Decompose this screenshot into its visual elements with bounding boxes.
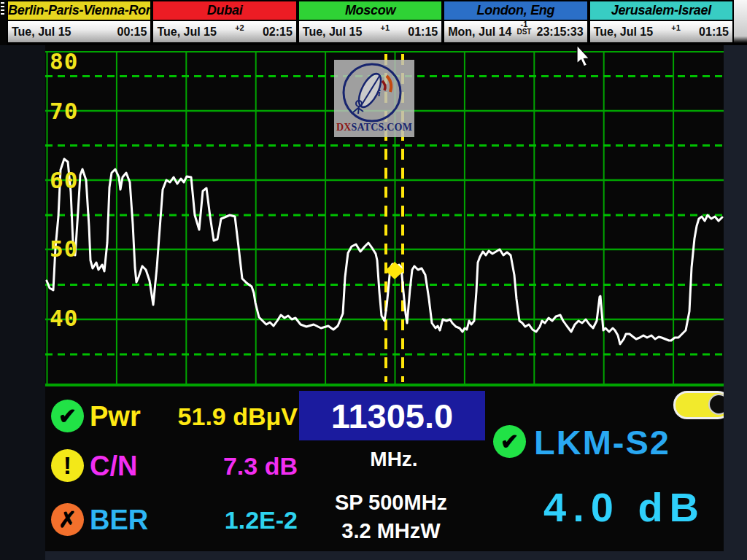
- frequency-unit-label: MHz.: [336, 448, 452, 471]
- clock-date: Tue, Jul 15: [12, 26, 71, 39]
- clock-jerusalem: Jerusalem-Israel Tue, Jul 15 +1 01:15: [589, 0, 734, 45]
- cn-value: 7.3 dB: [133, 451, 298, 481]
- mouse-cursor: [576, 45, 593, 70]
- meter-display: 80 70 60 50 40 i DXSATCS.COM ✔ Pwr 5: [45, 45, 724, 551]
- pwr-value: 51.9 dBμV: [133, 402, 298, 431]
- clock-time: 01:15: [408, 26, 438, 39]
- pwr-status-check-icon: ✔: [51, 400, 84, 432]
- y-axis-tick-label: 60: [50, 169, 78, 192]
- dxsatcs-logo-icon: i: [334, 60, 414, 124]
- dxsatcs-watermark: i DXSATCS.COM: [334, 60, 414, 137]
- clock-time: 02:15: [263, 26, 293, 39]
- clock-utc-offset: +1: [671, 24, 681, 32]
- clock-berlin: Berlin-Paris-Vienna-Roma Tue, Jul 15 00:…: [7, 0, 152, 45]
- clock-date: Tue, Jul 15: [157, 26, 217, 39]
- y-axis-tick-label: 70: [50, 100, 78, 122]
- clock-date-row: Tue, Jul 15 +2 02:15: [153, 21, 295, 42]
- partial-window-edge: [734, 0, 747, 45]
- link-margin-value: 4.0 dB: [543, 483, 705, 531]
- ber-value: 1.2E-2: [133, 505, 298, 534]
- clock-moscow: Moscow Tue, Jul 15 +1 01:15: [298, 0, 443, 45]
- clock-city-label: Berlin-Paris-Vienna-Roma: [8, 1, 150, 21]
- world-clock-bar: Berlin-Paris-Vienna-Roma Tue, Jul 15 00:…: [0, 0, 747, 45]
- satellite-meter-screen: Berlin-Paris-Vienna-Roma Tue, Jul 15 00:…: [0, 0, 747, 560]
- clock-date: Mon, Jul 14: [448, 26, 511, 39]
- clock-date-row: Tue, Jul 15 +1 01:15: [590, 21, 732, 42]
- bandwidth-label: 3.2 MHzW: [318, 519, 464, 543]
- clock-date: Tue, Jul 15: [594, 26, 654, 39]
- clock-dubai: Dubai Tue, Jul 15 +2 02:15: [152, 0, 297, 45]
- lock-status-check-icon: ✔: [493, 425, 526, 458]
- frequency-display[interactable]: 11305.0: [299, 391, 485, 440]
- watermark-text: DXSATCS.COM: [334, 122, 414, 133]
- toggle-knob-icon[interactable]: [708, 394, 724, 415]
- clock-utc-offset: +2: [235, 24, 244, 32]
- svg-text:i: i: [378, 88, 381, 98]
- clock-utc-offset: -1DST: [516, 20, 531, 36]
- clock-time: 00:15: [117, 26, 147, 39]
- clock-city-label: London, Eng: [444, 1, 587, 21]
- clock-time: 23:15:33: [537, 26, 584, 39]
- y-axis-tick-label: 80: [50, 50, 78, 73]
- clock-date: Tue, Jul 15: [303, 26, 363, 39]
- clock-city-label: Moscow: [299, 1, 441, 21]
- cn-status-warning-icon: !: [51, 449, 84, 482]
- clock-city-label: Jerusalem-Israel: [590, 1, 732, 21]
- clock-date-row: Tue, Jul 15 +1 01:15: [299, 21, 441, 42]
- cn-label: C/N: [90, 451, 137, 481]
- clock-time: 01:15: [699, 26, 729, 39]
- y-axis-tick-label: 50: [50, 238, 78, 260]
- clock-london: London, Eng Mon, Jul 14 -1DST 23:15:33: [443, 0, 588, 45]
- ber-status-error-icon: ✗: [51, 503, 84, 536]
- clock-date-row: Mon, Jul 14 -1DST 23:15:33: [444, 21, 587, 42]
- clock-city-label: Dubai: [153, 1, 295, 21]
- drag-handle-icon[interactable]: [0, 0, 7, 45]
- span-label: SP 500MHz: [318, 491, 464, 515]
- power-toggle[interactable]: [673, 391, 724, 419]
- left-margin: [0, 45, 45, 560]
- clock-date-row: Tue, Jul 15 00:15: [8, 21, 150, 42]
- clock-utc-offset: +1: [381, 24, 390, 32]
- y-axis-tick-label: 40: [50, 307, 78, 330]
- lock-mode-label: LKM-S2: [534, 422, 670, 462]
